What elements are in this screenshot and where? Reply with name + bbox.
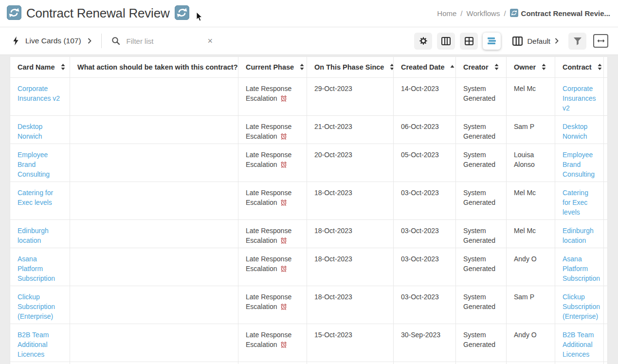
- action-cell[interactable]: [70, 116, 238, 144]
- card-name-link[interactable]: Catering for Exec levels: [18, 189, 53, 206]
- contract-cell: Edinburgh location: [555, 220, 604, 248]
- card-name-link[interactable]: B2B Team Additional Licences: [18, 331, 49, 358]
- list-view-button[interactable]: [483, 33, 501, 50]
- grid-view-button[interactable]: [460, 33, 478, 50]
- clipped-cell: [604, 182, 608, 220]
- column-header[interactable]: Card Name: [10, 57, 70, 78]
- created-date-cell: 03-Oct-2023: [394, 220, 456, 248]
- phase-since-cell: 18-Oct-2023: [307, 286, 394, 324]
- contract-link[interactable]: Edinburgh location: [563, 227, 594, 244]
- breadcrumb-separator: /: [504, 9, 506, 18]
- card-name-link[interactable]: Clickup Subscription (Enterprise): [18, 293, 55, 320]
- contract-link[interactable]: Clickup Subscription (Enterprise): [563, 293, 600, 320]
- phase-since-cell: 21-Oct-2023: [307, 116, 394, 144]
- column-header[interactable]: Created Date: [394, 57, 456, 78]
- page-header: Contract Renewal Review Home / Workflows…: [0, 0, 618, 27]
- table-row: B2B Team Additional Licences Late Respon…: [10, 324, 608, 362]
- creator-cell: System Generated: [456, 324, 507, 362]
- owner-cell: Andy O: [507, 248, 555, 286]
- action-cell[interactable]: [70, 286, 238, 324]
- gear-icon: [419, 36, 428, 45]
- creator-cell: System Generated: [456, 144, 507, 182]
- action-cell[interactable]: [70, 324, 238, 362]
- created-date-cell: 25-Sep-2023: [394, 362, 456, 364]
- list-view-icon: [487, 37, 497, 45]
- repeat-icon: [175, 5, 189, 20]
- alarm-clock-icon: [280, 199, 287, 206]
- column-header[interactable]: Creator: [456, 57, 507, 78]
- owner-cell: Mel Mc: [507, 362, 555, 364]
- column-header[interactable]: What action should be taken with this co…: [70, 57, 238, 78]
- column-header[interactable]: Contract: [555, 57, 604, 78]
- clear-filter-icon[interactable]: ×: [208, 36, 213, 45]
- title-trailing-repeat-icon[interactable]: [175, 5, 189, 22]
- contract-cell: Employee Brand Consulting: [555, 144, 604, 182]
- column-header[interactable]: Owner: [507, 57, 555, 78]
- alarm-clock-icon: [280, 237, 287, 244]
- created-date-cell: 03-Oct-2023: [394, 182, 456, 220]
- creator-cell: System Generated: [456, 78, 507, 116]
- creator-cell: System Generated: [456, 116, 507, 144]
- alarm-clock-icon: [280, 265, 287, 272]
- phase-since-cell: 29-Oct-2023: [307, 78, 394, 116]
- owner-cell: Sam P: [507, 116, 555, 144]
- owner-cell: Louisa Alonso: [507, 144, 555, 182]
- filter-wrap: ×: [111, 36, 213, 45]
- resize-columns-button[interactable]: [593, 34, 608, 48]
- action-cell[interactable]: [70, 248, 238, 286]
- table-row: Clickup Subscription (Enterprise) Late R…: [10, 286, 608, 324]
- toolbar: Live Cards (107) ×: [0, 27, 618, 55]
- contract-link[interactable]: Asana Platform Subscription: [563, 255, 600, 282]
- owner-cell: Sam P: [507, 286, 555, 324]
- clipped-cell: [604, 248, 608, 286]
- created-date-cell: 30-Sep-2023: [394, 324, 456, 362]
- phase-since-cell: 18-Oct-2023: [307, 182, 394, 220]
- sort-icon: [300, 64, 304, 72]
- action-cell[interactable]: [70, 362, 238, 364]
- contract-link[interactable]: Catering for Exec levels: [563, 189, 588, 216]
- filter-input[interactable]: [127, 37, 199, 45]
- view-selector[interactable]: Default: [512, 36, 559, 46]
- contract-link[interactable]: Desktop Norwich: [563, 123, 587, 140]
- created-date-cell: 03-Oct-2023: [394, 248, 456, 286]
- clipped-cell: [604, 116, 608, 144]
- card-name-link[interactable]: Employee Brand Consulting: [18, 151, 50, 178]
- table-row: Edinburgh location Late Response Escalat…: [10, 220, 608, 248]
- creator-cell: System Generated: [456, 362, 507, 364]
- board-view-button[interactable]: [437, 33, 455, 50]
- card-name-link[interactable]: Corporate Insurances v2: [18, 85, 60, 102]
- card-name-cell: Asana Platform Subscription: [10, 248, 70, 286]
- card-name-link[interactable]: Asana Platform Subscription: [18, 255, 55, 282]
- phase-since-cell: 10-Oct-2023: [307, 362, 394, 364]
- action-cell[interactable]: [70, 78, 238, 116]
- repeat-icon: [7, 5, 21, 20]
- breadcrumb-home[interactable]: Home: [437, 9, 456, 18]
- card-name-link[interactable]: Desktop Norwich: [18, 123, 42, 140]
- contract-cell: Desktop Norwich: [555, 116, 604, 144]
- resize-horizontal-icon: [597, 38, 605, 44]
- title-leading-repeat-icon: [7, 5, 21, 22]
- contract-link[interactable]: Corporate Insurances v2: [563, 85, 596, 112]
- phase-cell: Late Response Escalation: [238, 144, 307, 182]
- action-cell[interactable]: [70, 220, 238, 248]
- contract-link[interactable]: Employee Brand Consulting: [563, 151, 595, 178]
- live-cards-selector[interactable]: Live Cards (107): [13, 36, 91, 46]
- creator-cell: System Generated: [456, 248, 507, 286]
- settings-button[interactable]: [414, 33, 432, 50]
- table-row: Catering for Exec levels Late Response E…: [10, 182, 608, 220]
- columns-view-icon: [441, 37, 451, 45]
- alarm-clock-icon: [280, 133, 287, 140]
- card-name-cell: Facilities for: [10, 362, 70, 364]
- clipped-cell: [604, 144, 608, 182]
- action-cell[interactable]: [70, 182, 238, 220]
- filter-button[interactable]: [568, 33, 586, 50]
- created-date-cell: 14-Oct-2023: [394, 78, 456, 116]
- breadcrumb-workflows[interactable]: Workflows: [467, 9, 500, 18]
- owner-cell: Mel Mc: [507, 220, 555, 248]
- phase-cell: Late Response Escalation: [238, 362, 307, 364]
- column-header[interactable]: Current Phase: [238, 57, 307, 78]
- card-name-link[interactable]: Edinburgh location: [18, 227, 49, 244]
- column-header[interactable]: On This Phase Since: [307, 57, 394, 78]
- contract-link[interactable]: B2B Team Additional Licences: [563, 331, 594, 358]
- action-cell[interactable]: [70, 144, 238, 182]
